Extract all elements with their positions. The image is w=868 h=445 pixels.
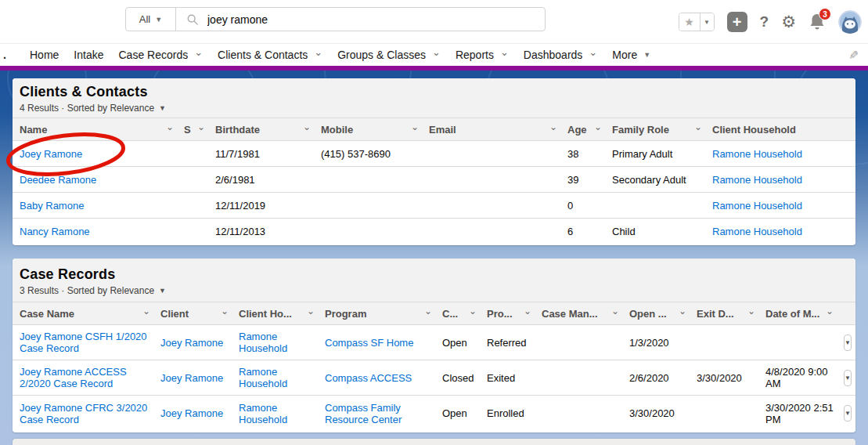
cell-program-status: Exited bbox=[487, 372, 515, 384]
case-name-link[interactable]: Joey Ramone CSFH 1/2020 Case Record bbox=[20, 331, 147, 354]
cell-case-status: Open bbox=[442, 407, 467, 419]
household-link[interactable]: Ramone Household bbox=[239, 402, 287, 425]
help-icon[interactable]: ? bbox=[760, 13, 769, 31]
favorite-star-icon[interactable]: ★ bbox=[679, 13, 700, 31]
column-header-client-household[interactable]: Client Household bbox=[712, 118, 855, 140]
client-household-link[interactable]: Ramone Household bbox=[712, 200, 802, 212]
sort-dropdown-icon[interactable]: ▼ bbox=[159, 104, 166, 112]
nav-accent-bar bbox=[0, 66, 868, 71]
column-header-birthdate[interactable]: Birthdate⌄ bbox=[215, 118, 321, 140]
client-link[interactable]: Joey Ramone bbox=[160, 372, 223, 384]
notification-count-badge: 3 bbox=[819, 8, 831, 20]
column-header-s[interactable]: S⌄ bbox=[184, 118, 215, 140]
search-input[interactable] bbox=[207, 13, 545, 26]
cell-birthdate: 2/6/1981 bbox=[215, 174, 255, 186]
column-header-case-manager[interactable]: Case Man...⌄ bbox=[542, 302, 629, 324]
client-link[interactable]: Joey Ramone bbox=[160, 337, 223, 349]
program-link[interactable]: Compass SF Home bbox=[325, 337, 413, 349]
column-header-client[interactable]: Client⌄ bbox=[160, 302, 239, 324]
client-household-link[interactable]: Ramone Household bbox=[712, 174, 802, 186]
program-link[interactable]: Compass ACCESS bbox=[325, 372, 412, 384]
app-navigation-bar: . Home Intake Case Records⌄ Clients & Co… bbox=[0, 44, 868, 66]
user-avatar[interactable] bbox=[838, 10, 862, 34]
column-label: Case Name bbox=[20, 308, 74, 320]
column-header-age[interactable]: Age⌄ bbox=[567, 118, 612, 140]
cell-age: 0 bbox=[567, 200, 573, 212]
nav-label: Groups & Classes bbox=[337, 49, 426, 61]
table-row: Baby Ramone 12/11/2019 0 Ramone Househol… bbox=[13, 193, 855, 219]
nav-tab-home[interactable]: Home bbox=[30, 49, 59, 61]
client-household-link[interactable]: Ramone Household bbox=[712, 148, 802, 160]
table-row: Joey Ramone ACCESS 2/2020 Case Record Jo… bbox=[13, 360, 855, 396]
column-header-case-name[interactable]: Case Name⌄ bbox=[20, 302, 160, 324]
column-header-date-modified[interactable]: Date of M...⌄ bbox=[765, 302, 844, 324]
section-meta: 3 Results · Sorted by Relevance ▼ bbox=[20, 285, 855, 296]
notifications-bell-icon[interactable]: 3 bbox=[809, 13, 826, 31]
section-meta: 4 Results · Sorted by Relevance ▼ bbox=[20, 103, 855, 114]
search-icon bbox=[187, 14, 198, 25]
column-label: Open ... bbox=[629, 308, 667, 320]
column-label: C... bbox=[442, 308, 458, 320]
cell-birthdate: 11/7/1981 bbox=[215, 148, 260, 160]
cell-program-status: Enrolled bbox=[487, 407, 524, 419]
client-household-link[interactable]: Ramone Household bbox=[712, 226, 802, 237]
caret-down-icon[interactable]: ▼ bbox=[643, 51, 650, 59]
caret-down-icon: ▼ bbox=[845, 410, 851, 417]
client-name-link[interactable]: Joey Ramone bbox=[20, 148, 82, 160]
cell-open-date: 2/6/2020 bbox=[629, 372, 669, 384]
clients-table-header: Name⌄ S⌄ Birthdate⌄ Mobile⌄ Email⌄ Age⌄ … bbox=[13, 118, 855, 141]
favorites-dropdown-icon[interactable]: ▼ bbox=[700, 13, 714, 31]
nav-edit-pencil-icon[interactable]: ✎ bbox=[847, 50, 861, 60]
search-scope-selector[interactable]: All ▼ bbox=[126, 8, 176, 31]
client-name-link[interactable]: Nancy Ramone bbox=[20, 226, 90, 237]
global-actions-plus-icon[interactable]: + bbox=[727, 12, 747, 32]
nav-tab-clients-contacts[interactable]: Clients & Contacts⌄ bbox=[218, 49, 322, 61]
client-link[interactable]: Joey Ramone bbox=[160, 407, 223, 419]
search-input-area bbox=[176, 8, 545, 31]
row-actions-button[interactable]: ▼ bbox=[844, 335, 852, 351]
caret-down-icon: ▼ bbox=[845, 374, 851, 382]
column-label: Case Man... bbox=[542, 308, 598, 320]
household-link[interactable]: Ramone Household bbox=[239, 366, 287, 389]
column-header-email[interactable]: Email⌄ bbox=[429, 118, 567, 140]
row-actions-button[interactable]: ▼ bbox=[844, 370, 852, 386]
column-header-program[interactable]: Program⌄ bbox=[325, 302, 442, 324]
global-search[interactable]: All ▼ bbox=[125, 7, 546, 31]
cell-birthdate: 12/11/2013 bbox=[215, 226, 265, 237]
nav-label: Reports bbox=[456, 49, 494, 61]
column-header-program-status[interactable]: Pro...⌄ bbox=[487, 302, 542, 324]
nav-tab-case-records[interactable]: Case Records⌄ bbox=[119, 49, 203, 61]
row-actions-button[interactable]: ▼ bbox=[844, 405, 852, 421]
client-name-link[interactable]: Baby Ramone bbox=[20, 200, 84, 212]
column-header-case-status[interactable]: C...⌄ bbox=[442, 302, 487, 324]
cell-family-role: Child bbox=[612, 226, 636, 237]
cell-program-status: Referred bbox=[487, 337, 527, 349]
client-name-link[interactable]: Deedee Ramone bbox=[20, 174, 96, 186]
nav-tab-intake[interactable]: Intake bbox=[74, 49, 103, 61]
column-label: Client Household bbox=[712, 124, 796, 136]
cases-card-header: Case Records 3 Results · Sorted by Relev… bbox=[13, 259, 855, 302]
case-records-card: Case Records 3 Results · Sorted by Relev… bbox=[13, 259, 855, 432]
column-header-open-date[interactable]: Open ...⌄ bbox=[629, 302, 697, 324]
column-header-mobile[interactable]: Mobile⌄ bbox=[321, 118, 429, 140]
caret-down-icon: ▼ bbox=[845, 339, 851, 346]
nav-label: Dashboards bbox=[524, 49, 583, 61]
column-header-family-role[interactable]: Family Role⌄ bbox=[612, 118, 712, 140]
cell-family-role: Secondary Adult bbox=[612, 174, 686, 186]
nav-tab-reports[interactable]: Reports⌄ bbox=[456, 49, 509, 61]
column-label: Email bbox=[429, 124, 456, 136]
program-link[interactable]: Compass Family Resource Center bbox=[325, 402, 402, 425]
column-label: Age bbox=[567, 124, 587, 136]
sort-dropdown-icon[interactable]: ▼ bbox=[159, 287, 166, 295]
household-link[interactable]: Ramone Household bbox=[239, 331, 287, 354]
column-header-name[interactable]: Name⌄ bbox=[20, 118, 184, 140]
cell-open-date: 3/30/2020 bbox=[629, 407, 675, 419]
case-name-link[interactable]: Joey Ramone CFRC 3/2020 Case Record bbox=[20, 402, 147, 425]
nav-tab-groups-classes[interactable]: Groups & Classes⌄ bbox=[337, 49, 441, 61]
nav-tab-more[interactable]: More▼ bbox=[612, 49, 650, 61]
setup-gear-icon[interactable]: ⚙ bbox=[781, 13, 796, 31]
case-name-link[interactable]: Joey Ramone ACCESS 2/2020 Case Record bbox=[20, 366, 127, 389]
nav-tab-dashboards[interactable]: Dashboards⌄ bbox=[524, 49, 597, 61]
column-header-exit-date[interactable]: Exit D...⌄ bbox=[697, 302, 765, 324]
column-header-client-household[interactable]: Client Ho...⌄ bbox=[239, 302, 325, 324]
